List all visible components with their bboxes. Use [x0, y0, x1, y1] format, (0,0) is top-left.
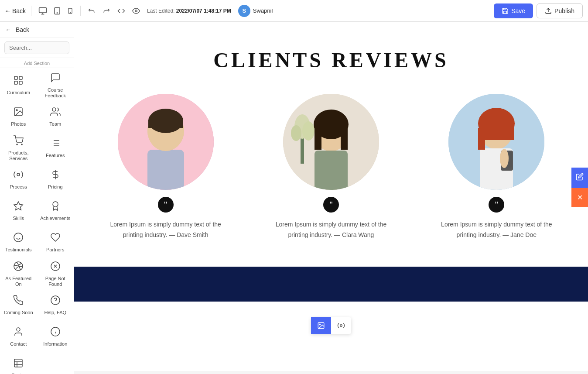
svg-point-28: [14, 233, 23, 242]
content-area: CLIENTS REVIEWS: [74, 22, 588, 374]
quote-icon-2: ": [323, 197, 339, 213]
team-icon: [50, 106, 61, 120]
desktop-icon-btn[interactable]: [37, 5, 49, 17]
code-button[interactable]: [116, 5, 127, 17]
svg-rect-11: [14, 81, 17, 84]
process-label: Process: [10, 184, 27, 190]
user-name: Swapnil: [253, 7, 273, 14]
quote-symbol-1: ": [164, 200, 167, 209]
toolbar-separator-2: [80, 6, 81, 16]
publish-button[interactable]: Publish: [537, 3, 583, 18]
sidebar-item-course-feedback[interactable]: Course Feedback: [38, 71, 73, 100]
sidebar-item-process[interactable]: Process: [1, 165, 36, 195]
contact-icon: [13, 326, 24, 340]
page-not-found-label: Page Not Found: [40, 276, 72, 287]
save-icon: [502, 7, 509, 14]
floating-edit-button[interactable]: [571, 168, 588, 188]
sidebar-item-testimonials[interactable]: Testimonials: [1, 228, 36, 257]
settings-icon: [337, 322, 345, 329]
svg-point-74: [319, 324, 320, 325]
svg-point-15: [52, 108, 56, 111]
sidebar: ← Back Add Section Curriculum Course Fee…: [0, 22, 74, 374]
save-button[interactable]: Save: [494, 3, 533, 18]
information-icon: [50, 326, 61, 340]
floating-close-button[interactable]: ✕: [571, 188, 588, 207]
floating-actions: ✕: [571, 168, 588, 207]
last-edited-value: 2022/07/07 1:48:17 PM: [176, 8, 231, 14]
curriculum-label: Curriculum: [7, 90, 30, 96]
svg-point-72: [500, 149, 509, 168]
sidebar-item-team[interactable]: Team: [38, 102, 73, 132]
sidebar-item-page-not-found[interactable]: Page Not Found: [38, 259, 73, 289]
svg-rect-10: [19, 76, 22, 79]
svg-rect-12: [19, 81, 22, 84]
search-input[interactable]: [4, 41, 69, 54]
svg-point-6: [70, 12, 70, 12]
svg-rect-51: [148, 120, 183, 128]
add-section-label: Add Section: [0, 58, 74, 68]
skills-label: Skills: [13, 216, 24, 221]
review-card-1: " Lorem Ipsum is simply dummy text of th…: [92, 94, 239, 240]
pricing-icon: [50, 169, 61, 182]
publish-icon: [545, 7, 552, 14]
products-services-label: Products, Services: [3, 150, 34, 161]
preview-button[interactable]: [130, 5, 142, 17]
close-symbol: ✕: [577, 194, 583, 201]
pencil-icon: [576, 173, 584, 181]
undo-icon: [88, 7, 96, 15]
help-faq-icon: [50, 295, 61, 308]
mobile-icon: [67, 7, 73, 15]
avatar-3: [448, 94, 544, 190]
footer-icon: [13, 358, 24, 371]
sidebar-item-footer[interactable]: Footer: [1, 353, 36, 374]
sidebar-item-pricing[interactable]: Pricing: [38, 165, 73, 195]
sidebar-item-achievements[interactable]: Achievements: [38, 196, 73, 226]
quote-icon-1: ": [158, 197, 174, 213]
photos-label: Photos: [11, 121, 26, 127]
redo-button[interactable]: [101, 5, 112, 17]
sidebar-item-as-featured-on[interactable]: As Featured On: [1, 259, 36, 289]
course-feedback-label: Course Feedback: [40, 87, 72, 99]
eye-icon: [132, 7, 140, 15]
dark-footer-section: [74, 267, 588, 302]
sidebar-item-contact[interactable]: Contact: [1, 322, 36, 352]
sidebar-item-skills[interactable]: Skills: [1, 196, 36, 226]
sidebar-item-photos[interactable]: Photos: [1, 102, 36, 132]
reviews-title: CLIENTS REVIEWS: [92, 48, 571, 72]
svg-point-24: [17, 173, 20, 176]
bottom-settings-button[interactable]: [331, 317, 351, 334]
achievements-label: Achievements: [40, 216, 70, 221]
coming-soon-label: Coming Soon: [4, 310, 33, 316]
tablet-icon-btn[interactable]: [51, 5, 63, 17]
curriculum-icon: [13, 75, 24, 88]
review-card-3: " Lorem Ipsum is simply dummy text of th…: [423, 94, 571, 240]
toolbar-left: ← ← Back: [5, 7, 26, 14]
review-text-1: Lorem Ipsum is simply dummy text of the …: [100, 220, 231, 240]
svg-rect-57: [315, 124, 321, 150]
last-edited-text: Last Edited:: [147, 8, 174, 14]
sidebar-item-features[interactable]: Features: [38, 134, 73, 163]
as-featured-on-icon: [13, 261, 24, 274]
partners-label: Partners: [46, 247, 65, 253]
products-services-icon: [13, 135, 24, 148]
sidebar-item-information[interactable]: Information: [38, 322, 73, 352]
toolbar-separator-1: [31, 6, 31, 16]
undo-button[interactable]: [86, 5, 97, 17]
svg-rect-0: [39, 7, 47, 13]
svg-point-75: [340, 325, 342, 327]
sidebar-item-help-faq[interactable]: Help, FAQ: [38, 291, 73, 320]
bottom-image-button[interactable]: [311, 317, 331, 334]
sidebar-item-curriculum[interactable]: Curriculum: [1, 71, 36, 100]
desktop-icon: [38, 7, 47, 15]
sidebar-item-partners[interactable]: Partners: [38, 228, 73, 257]
photos-icon: [13, 106, 24, 120]
mobile-icon-btn[interactable]: [65, 5, 75, 17]
process-icon: [13, 169, 24, 182]
svg-rect-48: [147, 150, 184, 190]
sidebar-item-products-services[interactable]: Products, Services: [1, 134, 36, 163]
sidebar-back-button[interactable]: ← Back: [0, 22, 74, 38]
back-button[interactable]: ← ← Back: [5, 7, 26, 14]
sidebar-back-arrow: ←: [5, 26, 11, 33]
sidebar-item-coming-soon[interactable]: Coming Soon: [1, 291, 36, 320]
testimonials-label: Testimonials: [5, 247, 32, 253]
